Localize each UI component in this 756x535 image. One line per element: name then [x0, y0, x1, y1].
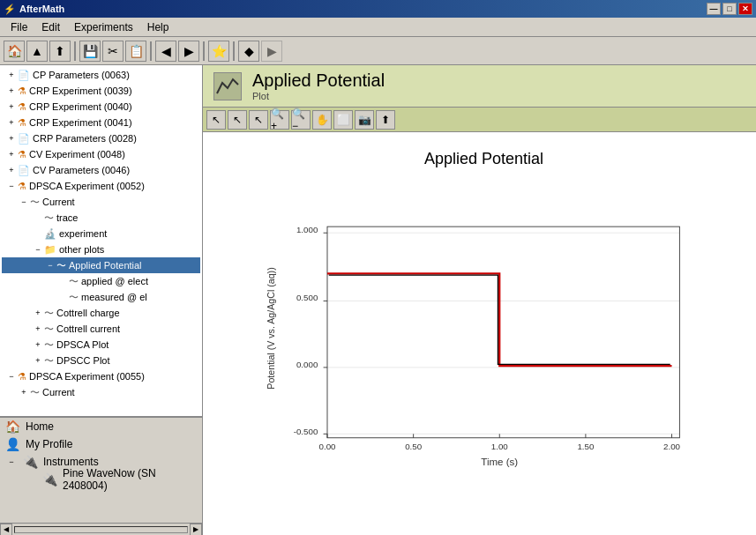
toolbar-cut[interactable]: ✂: [102, 41, 124, 62]
icon-applied-at-elect: 〜: [69, 275, 79, 288]
toolbar-up[interactable]: ▲: [26, 41, 48, 62]
expander-crp-params[interactable]: +: [5, 132, 18, 145]
tree-item-applied-potential[interactable]: − 〜 Applied Potential: [2, 257, 200, 273]
tree-item-other-plots[interactable]: − 📁 other plots: [2, 241, 200, 257]
expander-dpsca-plot[interactable]: +: [32, 338, 44, 351]
toolbar-sep3: [203, 41, 205, 61]
toolbar-copy[interactable]: 📋: [125, 41, 146, 62]
tree-item-crp-params-0028[interactable]: + 📄 CRP Parameters (0028): [2, 130, 200, 146]
plot-btn-pan[interactable]: ✋: [312, 110, 332, 130]
toolbar-save[interactable]: 💾: [79, 41, 101, 62]
toolbar-shape[interactable]: ◆: [238, 41, 259, 62]
y-tick-05: 0.500: [296, 293, 318, 302]
plot-btn-zoom-out[interactable]: 🔍−: [291, 110, 311, 130]
expander-other-plots[interactable]: −: [32, 243, 44, 256]
expander-instruments[interactable]: −: [5, 456, 18, 468]
menu-experiments[interactable]: Experiments: [67, 19, 140, 35]
nav-hscroll-right[interactable]: ▶: [190, 524, 202, 536]
toolbar-home[interactable]: 🏠: [4, 41, 25, 62]
tree-item-measured-at-el[interactable]: 〜 measured @ el: [2, 289, 200, 305]
minimize-button[interactable]: —: [707, 3, 721, 15]
toolbar-back[interactable]: ◀: [155, 41, 176, 62]
expander-cv-0048[interactable]: +: [5, 148, 18, 160]
tree-item-dpsca-plot[interactable]: + 〜 DPSCA Plot: [2, 337, 200, 353]
menu-edit[interactable]: Edit: [34, 19, 67, 35]
nav-home-label: Home: [26, 420, 54, 433]
expander-crp-0039[interactable]: +: [5, 85, 18, 97]
plot-header: Applied Potential Plot: [203, 65, 756, 108]
tree-scroll[interactable]: + 📄 CP Parameters (0063) + ⚗ CRP Experim…: [0, 65, 202, 416]
expander-measured-at-el: [56, 291, 69, 303]
tree-item-dpscc-plot[interactable]: + 〜 DPSCC Plot: [2, 353, 200, 368]
plot-btn-box[interactable]: ⬜: [333, 110, 353, 130]
expander-dpscc-plot[interactable]: +: [32, 354, 44, 367]
nav-my-profile[interactable]: 👤 My Profile: [0, 435, 202, 453]
icon-dpsca-0055: ⚗: [18, 371, 26, 383]
tree-item-current[interactable]: − 〜 Current: [2, 194, 200, 210]
tree-item-cottrell-charge[interactable]: + 〜 Cottrell charge: [2, 305, 200, 321]
expander-dpsca-0052[interactable]: −: [5, 180, 18, 192]
tree-item-dpsca-exp-0055[interactable]: − ⚗ DPSCA Experiment (0055): [2, 368, 200, 384]
icon-measured-at-el: 〜: [69, 291, 79, 304]
menu-file[interactable]: File: [4, 19, 34, 35]
plot-btn-zoom-in[interactable]: 🔍+: [270, 110, 289, 130]
tree-item-applied-at-elect[interactable]: 〜 applied @ elect: [2, 273, 200, 289]
instruments-icon: 🔌: [23, 455, 38, 469]
label-cv-0048: CV Experiment (0048): [29, 149, 125, 160]
tree-item-cottrell-current[interactable]: + 〜 Cottrell current: [2, 321, 200, 337]
maximize-button[interactable]: □: [722, 3, 737, 15]
toolbar-up2[interactable]: ⬆: [49, 41, 71, 62]
nav-hscroll-left[interactable]: ◀: [0, 524, 12, 536]
icon-applied-potential: 〜: [56, 259, 66, 272]
menu-bar: File Edit Experiments Help: [0, 18, 756, 37]
expander-crp-0041[interactable]: +: [5, 116, 18, 129]
plot-btn-camera[interactable]: 📷: [355, 110, 374, 130]
expander-dpsca-0055[interactable]: −: [5, 370, 18, 383]
toolbar-forward[interactable]: ▶: [178, 41, 199, 62]
tree-item-current-0055[interactable]: + 〜 Current: [2, 384, 200, 400]
tree-item-crp-exp-0039[interactable]: + ⚗ CRP Experiment (0039): [2, 83, 200, 99]
label-cv-params: CV Parameters (0046): [33, 165, 130, 175]
plot-btn-select3[interactable]: ↖: [249, 110, 268, 130]
label-dpsca-0052: DPSCA Experiment (0052): [29, 181, 145, 191]
expander-pine: [25, 473, 37, 486]
close-button[interactable]: ✕: [738, 3, 752, 15]
tree-item-crp-exp-0040[interactable]: + ⚗ CRP Experiment (0040): [2, 99, 200, 115]
expander-cottrell-current[interactable]: +: [32, 323, 44, 335]
plot-toolbar: ↖ ↖ ↖ 🔍+ 🔍− ✋ ⬜ 📷 ⬆: [203, 108, 756, 132]
toolbar-star[interactable]: ⭐: [208, 41, 229, 62]
tree-item-cv-params-0046[interactable]: + 📄 CV Parameters (0046): [2, 162, 200, 178]
icon-crp-0040: ⚗: [18, 101, 26, 113]
nav-home[interactable]: 🏠 Home: [0, 418, 202, 435]
expander-cv-params[interactable]: +: [5, 164, 18, 176]
profile-icon: 👤: [5, 437, 20, 451]
plot-btn-up[interactable]: ⬆: [376, 110, 395, 130]
menu-help[interactable]: Help: [140, 19, 176, 35]
tree-item-dpsca-exp-0052[interactable]: − ⚗ DPSCA Experiment (0052): [2, 178, 200, 194]
title-bar-left: ⚡ AfterMath: [4, 4, 64, 15]
tree-item-experiment[interactable]: 🔬 experiment: [2, 226, 200, 241]
tree-item-crp-exp-0041[interactable]: + ⚗ CRP Experiment (0041): [2, 115, 200, 130]
tree-item-cp-params-0063[interactable]: + 📄 CP Parameters (0063): [2, 67, 200, 83]
expander-current[interactable]: −: [18, 196, 30, 208]
tree-item-trace[interactable]: 〜 trace: [2, 210, 200, 226]
toolbar-sep1: [74, 41, 76, 61]
nav-hscroll[interactable]: ◀ ▶: [0, 523, 202, 535]
plot-btn-select2[interactable]: ↖: [228, 110, 247, 130]
x-tick-200: 2.00: [663, 442, 681, 451]
label-trace: trace: [56, 212, 78, 223]
icon-dpsca-plot: 〜: [44, 338, 54, 352]
expander-applied-potential[interactable]: −: [44, 259, 56, 271]
nav-pine-wavenow[interactable]: 🔌 Pine WaveNow (SN 2408004): [0, 471, 202, 488]
plot-subtitle-text: Plot: [252, 91, 385, 101]
nav-hscroll-track: [14, 526, 188, 533]
expander-cottrell-charge[interactable]: +: [32, 307, 44, 319]
plot-header-text: Applied Potential Plot: [252, 71, 385, 101]
plot-btn-select[interactable]: ↖: [206, 110, 226, 130]
tree-item-cv-exp-0048[interactable]: + ⚗ CV Experiment (0048): [2, 146, 200, 162]
chart-title: Applied Potential: [265, 150, 703, 168]
expander-cp-params[interactable]: +: [5, 69, 18, 81]
expander-current-0055[interactable]: +: [18, 386, 30, 398]
expander-crp-0040[interactable]: +: [5, 100, 18, 113]
label-dpscc-plot: DPSCC Plot: [56, 355, 110, 366]
